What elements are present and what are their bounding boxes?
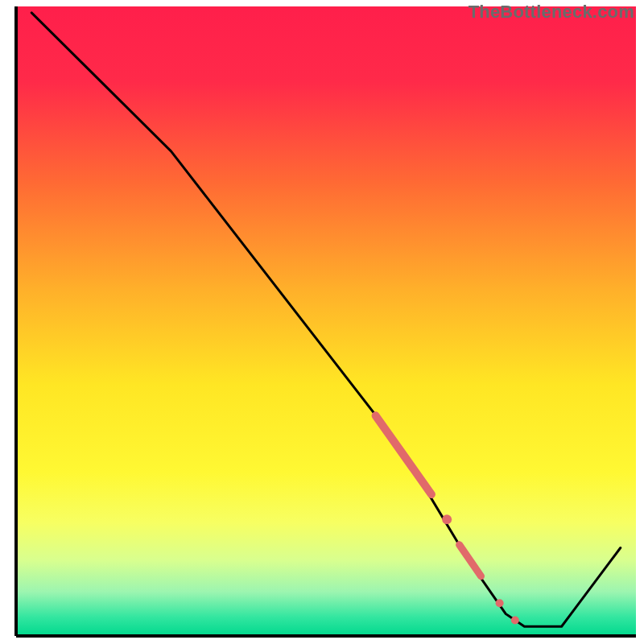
gradient-background	[16, 6, 636, 636]
chart-container: TheBottleneck.com	[0, 0, 644, 644]
dot-2	[496, 599, 504, 607]
dot-3	[511, 616, 519, 624]
dot-1	[442, 514, 452, 524]
bottleneck-chart	[0, 0, 644, 644]
